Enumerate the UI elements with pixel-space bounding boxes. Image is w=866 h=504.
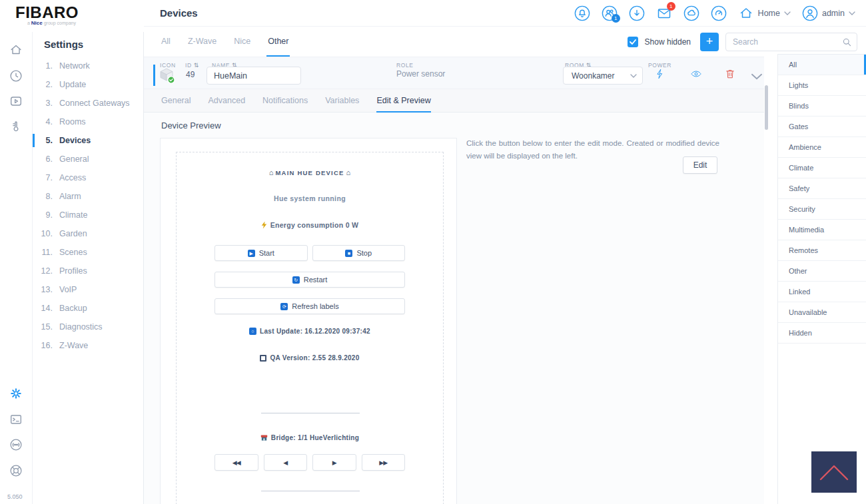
- device-name-input[interactable]: [207, 67, 301, 85]
- download-icon[interactable]: [629, 5, 645, 21]
- detail-tab[interactable]: General: [161, 89, 191, 113]
- device-tab[interactable]: Other: [266, 27, 290, 57]
- settings-nav-item-number: 3.: [33, 99, 53, 108]
- settings-nav-item-label: Profiles: [59, 266, 87, 276]
- device-tab[interactable]: All: [160, 27, 172, 57]
- settings-nav-item[interactable]: 14. Backup: [33, 299, 143, 318]
- home-icon[interactable]: [9, 43, 23, 57]
- support-icon[interactable]: [9, 463, 23, 478]
- category-item[interactable]: Hidden: [778, 323, 866, 344]
- restart-button[interactable]: ↻Restart: [215, 272, 405, 288]
- category-item[interactable]: Multimedia: [778, 220, 866, 240]
- brand-tagline: a Nice group company: [27, 20, 144, 26]
- visibility-icon[interactable]: [690, 68, 702, 80]
- category-item[interactable]: All: [778, 55, 866, 75]
- settings-nav-item[interactable]: 6. General: [33, 150, 143, 168]
- settings-nav-item[interactable]: 10. Garden: [33, 224, 143, 243]
- brand-logo[interactable]: FIBARO a Nice group company: [0, 0, 144, 32]
- show-hidden-label[interactable]: Show hidden: [645, 37, 691, 47]
- show-hidden-checkbox[interactable]: [628, 37, 638, 47]
- bridge-icon: [260, 434, 268, 441]
- scrollbar-thumb[interactable]: [765, 85, 768, 130]
- square-icon: [260, 355, 266, 362]
- settings-nav-item[interactable]: 12. Profiles: [33, 262, 143, 280]
- settings-nav-item[interactable]: 16. Z-Wave: [33, 336, 143, 355]
- column-header-id[interactable]: ID⇅: [185, 62, 199, 69]
- category-item[interactable]: Unavailable: [778, 302, 866, 323]
- settings-nav-item-number: 9.: [33, 210, 53, 220]
- settings-nav-item-number: 5.: [33, 136, 53, 145]
- start-stop-row: ▶Start ■Stop: [215, 245, 405, 261]
- settings-nav-list: 1. Network 2. Update 3. Connect Gateways…: [33, 57, 143, 355]
- settings-nav-item[interactable]: 3. Connect Gateways: [33, 94, 143, 113]
- stop-button[interactable]: ■Stop: [312, 245, 406, 261]
- energy-bolt-icon: [261, 221, 267, 229]
- settings-nav-item[interactable]: 4. Rooms: [33, 113, 143, 131]
- detail-tab[interactable]: Variables: [325, 89, 359, 113]
- settings-nav-item-label: Network: [59, 61, 90, 71]
- settings-nav-item-label: VoIP: [59, 285, 77, 294]
- settings-nav-item[interactable]: 8. Alarm: [33, 187, 143, 206]
- edit-button[interactable]: Edit: [683, 156, 717, 174]
- api-icon[interactable]: [9, 437, 23, 452]
- first-page-button[interactable]: ◀◀: [215, 454, 258, 471]
- search-input[interactable]: [733, 37, 842, 47]
- last-page-button[interactable]: ▶▶: [362, 454, 406, 471]
- chevron-down-icon: [849, 11, 855, 15]
- qa-version-row: QA Version: 2.55 28.9.2020: [177, 354, 443, 362]
- restart-icon: ↻: [292, 276, 300, 284]
- settings-nav-item[interactable]: 11. Scenes: [33, 243, 143, 262]
- category-item[interactable]: Other: [778, 261, 866, 282]
- settings-nav-item[interactable]: 5. Devices: [33, 131, 143, 150]
- refresh-labels-button[interactable]: ⟳Refresh labels: [215, 298, 405, 314]
- category-item[interactable]: Lights: [778, 75, 866, 96]
- preview-thumbnail[interactable]: [811, 451, 857, 493]
- messages-icon[interactable]: 1: [656, 5, 672, 21]
- power-icon[interactable]: [654, 68, 666, 80]
- settings-nav-item[interactable]: 13. VoIP: [33, 280, 143, 299]
- start-icon: ▶: [248, 250, 255, 257]
- settings-nav-item[interactable]: 9. Climate: [33, 206, 143, 224]
- category-item[interactable]: Climate: [778, 158, 866, 178]
- category-item[interactable]: Blinds: [778, 96, 866, 117]
- terminal-icon[interactable]: [9, 412, 23, 427]
- category-item[interactable]: Ambience: [778, 137, 866, 158]
- add-device-button[interactable]: +: [700, 33, 719, 51]
- category-item[interactable]: Safety: [778, 178, 866, 199]
- detail-tab[interactable]: Advanced: [208, 89, 245, 113]
- device-cube-icon[interactable]: [159, 67, 176, 85]
- expand-icon[interactable]: [751, 71, 763, 83]
- prev-page-button[interactable]: ◀: [264, 454, 308, 471]
- home-selector[interactable]: Home: [738, 5, 791, 21]
- detail-tab[interactable]: Notifications: [262, 89, 308, 113]
- delete-icon[interactable]: [724, 68, 736, 80]
- user-menu[interactable]: admin: [802, 5, 855, 21]
- detail-tab[interactable]: Edit & Preview: [376, 89, 430, 113]
- next-page-button[interactable]: ▶: [312, 454, 356, 471]
- settings-nav-item-label: Climate: [59, 210, 87, 220]
- settings-nav-item[interactable]: 15. Diagnostics: [33, 318, 143, 336]
- category-item[interactable]: Remotes: [778, 240, 866, 261]
- climate-icon[interactable]: [9, 119, 23, 134]
- device-tab[interactable]: Nice: [232, 27, 252, 57]
- user-icon: [802, 5, 818, 21]
- alarm-icon[interactable]: [574, 5, 590, 21]
- gauge-icon[interactable]: [711, 5, 727, 21]
- category-item[interactable]: Linked: [778, 282, 866, 302]
- room-select[interactable]: Woonkamer: [563, 67, 643, 85]
- media-icon[interactable]: [9, 94, 23, 109]
- settings-gear-icon[interactable]: [9, 386, 23, 401]
- settings-nav-item-number: 2.: [33, 80, 53, 89]
- history-icon[interactable]: [9, 69, 23, 83]
- category-item[interactable]: Gates: [778, 117, 866, 137]
- settings-nav-item[interactable]: 2. Update: [33, 75, 143, 94]
- users-icon[interactable]: 1: [602, 5, 618, 21]
- start-button[interactable]: ▶Start: [215, 245, 308, 261]
- category-item[interactable]: Security: [778, 199, 866, 220]
- device-tab[interactable]: Z-Wave: [187, 27, 218, 57]
- cloud-icon[interactable]: [683, 5, 699, 21]
- settings-nav-item[interactable]: 1. Network: [33, 57, 143, 75]
- detail-tabs: GeneralAdvancedNotificationsVariablesEdi…: [144, 89, 764, 113]
- settings-nav-item[interactable]: 7. Access: [33, 168, 143, 187]
- toolbar-right: Show hidden +: [628, 27, 866, 57]
